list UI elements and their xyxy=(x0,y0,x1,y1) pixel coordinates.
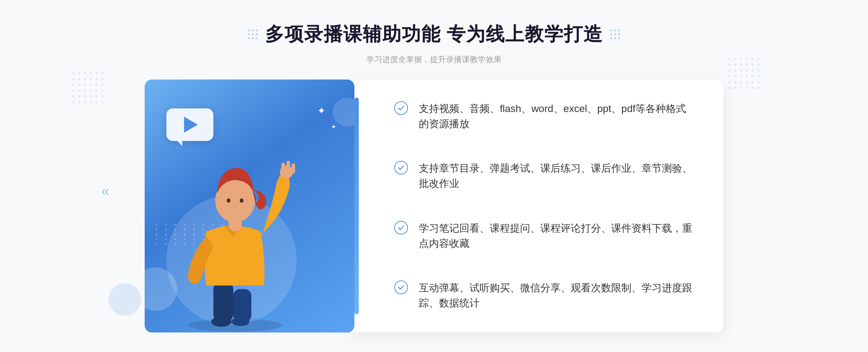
header-section: 多项录播课辅助功能 专为线上教学打造 学习进度全掌握，提升录播课教学效果 xyxy=(0,0,868,76)
svg-rect-3 xyxy=(233,289,251,322)
svg-point-5 xyxy=(231,317,250,326)
svg-point-9 xyxy=(240,198,243,203)
title-wrapper: 多项录播课辅助功能 专为线上教学打造 xyxy=(0,22,868,47)
blue-vertical-bar xyxy=(354,98,359,314)
blue-circle-decoration xyxy=(109,283,141,316)
feature-item-4: 互动弹幕、试听购买、微信分享、观看次数限制、学习进度跟踪、数据统计 xyxy=(394,280,694,311)
feature-item-2: 支持章节目录、弹题考试、课后练习、课后作业、章节测验、批改作业 xyxy=(394,161,694,191)
svg-rect-13 xyxy=(292,163,295,173)
page-container: « 多项录播课辅助功能 专为线上教学打造 学习进度全掌握，提升录播课教学效果 xyxy=(0,0,868,352)
check-circle-1 xyxy=(394,101,408,115)
title-dots-right xyxy=(610,29,620,39)
right-panel-wrapper: 支持视频、音频、flash、word、excel、ppt、pdf等各种格式的资源… xyxy=(354,80,723,351)
sparkle-2-icon: ✦ xyxy=(331,123,336,131)
feature-text-2: 支持章节目录、弹题考试、课后练习、课后作业、章节测验、批改作业 xyxy=(419,161,694,191)
left-chevrons-decoration: « xyxy=(101,183,109,199)
page-sub-title: 学习进度全掌握，提升录播课教学效果 xyxy=(0,54,868,65)
features-panel: 支持视频、音频、flash、word、excel、ppt、pdf等各种格式的资源… xyxy=(351,80,723,332)
page-main-title: 多项录播课辅助功能 专为线上教学打造 xyxy=(265,22,603,47)
feature-text-1: 支持视频、音频、flash、word、excel、ppt、pdf等各种格式的资源… xyxy=(419,101,694,132)
check-circle-4 xyxy=(394,280,408,294)
title-dots-left xyxy=(248,29,258,39)
feature-item-3: 学习笔记回看、课程提问、课程评论打分、课件资料下载，重点内容收藏 xyxy=(394,221,694,251)
feature-text-4: 互动弹幕、试听购买、微信分享、观看次数限制、学习进度跟踪、数据统计 xyxy=(419,280,694,311)
bg-dots-left xyxy=(72,72,103,103)
check-circle-2 xyxy=(394,161,408,175)
svg-rect-12 xyxy=(286,161,290,173)
svg-rect-2 xyxy=(213,282,233,322)
svg-point-4 xyxy=(211,317,231,327)
person-illustration xyxy=(166,130,304,332)
feature-item-1: 支持视频、音频、flash、word、excel、ppt、pdf等各种格式的资源… xyxy=(394,101,694,132)
semi-circle-2-decoration xyxy=(333,98,354,126)
check-circle-3 xyxy=(394,221,408,235)
illustration-panel: ✦ ✦ xyxy=(145,80,354,332)
svg-rect-11 xyxy=(281,163,285,173)
svg-point-8 xyxy=(227,198,230,203)
sparkle-1-icon: ✦ xyxy=(317,105,326,117)
content-area: ✦ ✦ xyxy=(145,80,723,351)
feature-text-3: 学习笔记回看、课程提问、课程评论打分、课件资料下载，重点内容收藏 xyxy=(419,221,694,251)
